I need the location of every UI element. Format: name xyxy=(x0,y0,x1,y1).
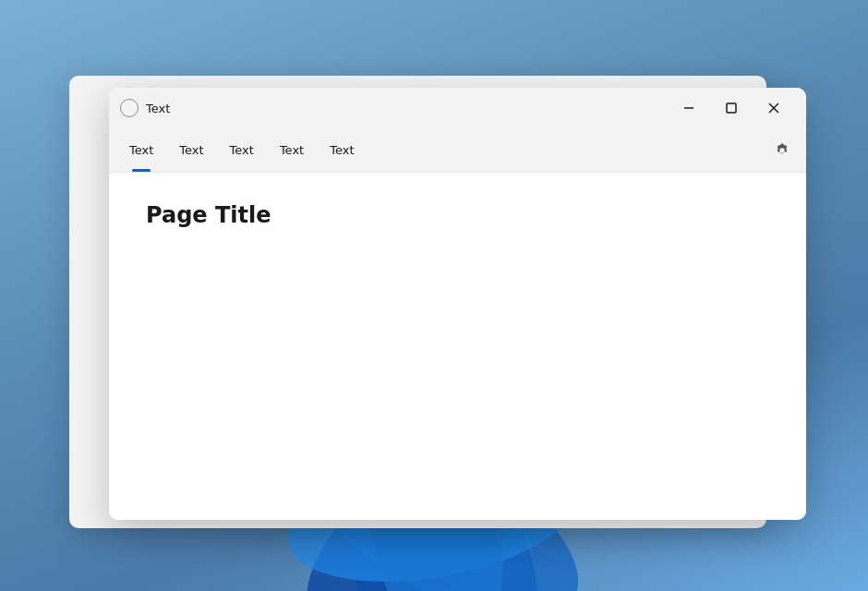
minimize-icon xyxy=(683,103,694,114)
window-controls xyxy=(668,93,795,123)
tab-2[interactable]: Text xyxy=(166,136,216,164)
tab-list: Text Text Text Text Text xyxy=(116,136,766,164)
close-button[interactable] xyxy=(753,93,795,123)
close-icon xyxy=(768,103,779,114)
nav-bar: Text Text Text Text Text xyxy=(109,128,806,173)
page-title: Page Title xyxy=(146,202,769,228)
gear-icon xyxy=(774,142,790,159)
svg-rect-7 xyxy=(727,103,736,113)
content-area: Page Title xyxy=(109,173,806,520)
settings-button[interactable] xyxy=(766,134,799,167)
app-icon xyxy=(120,99,139,117)
minimize-button[interactable] xyxy=(668,93,710,123)
maximize-icon xyxy=(726,103,737,114)
tab-3[interactable]: Text xyxy=(217,136,267,164)
maximize-button[interactable] xyxy=(710,93,753,123)
tab-4[interactable]: Text xyxy=(267,136,317,164)
title-bar: Text xyxy=(109,88,806,128)
tab-1[interactable]: Text xyxy=(116,136,166,164)
tab-5[interactable]: Text xyxy=(317,136,367,164)
window-title: Text xyxy=(146,102,668,115)
main-window: Text Text Text Text Text Text xyxy=(109,88,806,520)
